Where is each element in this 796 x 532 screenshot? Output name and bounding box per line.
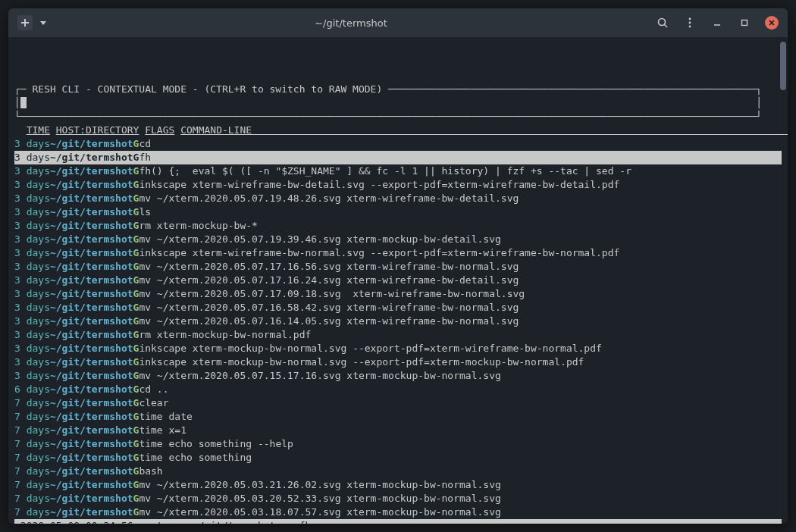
row-directory: ~/git/termshot xyxy=(50,410,133,424)
history-row[interactable]: 3 days ~/git/termshot G mv ~/xterm.2020.… xyxy=(14,233,782,246)
row-command: mv ~/xterm.2020.05.03.18.07.57.svg xterm… xyxy=(139,505,500,519)
history-row[interactable]: 3 days ~/git/termshot G inkscape xterm-m… xyxy=(14,342,782,355)
column-header: TIME HOST:DIRECTORY FLAGS COMMAND-LINE xyxy=(14,124,782,137)
row-directory: ~/git/termshot xyxy=(50,192,133,205)
minimize-button[interactable] xyxy=(710,16,724,30)
row-directory: ~/git/termshot xyxy=(50,274,133,287)
row-flag: G xyxy=(133,164,139,178)
row-directory: ~/git/termshot xyxy=(50,301,133,315)
row-command: inkscape xterm-mockup-bw-normal.svg --ex… xyxy=(139,342,601,355)
row-time: 7 days xyxy=(14,505,50,519)
row-command: mv ~/xterm.2020.05.07.16.58.42.svg xterm… xyxy=(139,301,519,315)
history-row[interactable]: 3 days ~/git/termshot G mv ~/xterm.2020.… xyxy=(14,369,782,383)
terminal-body[interactable]: ┌─ RESH CLI - CONTEXTUAL MODE - (CTRL+R … xyxy=(8,37,788,524)
row-command: rm xterm-mockup-bw-* xyxy=(139,219,258,233)
history-row[interactable]: 3 days ~/git/termshot G inkscape xterm-m… xyxy=(14,355,782,369)
history-row[interactable]: 3 days ~/git/termshot G fh xyxy=(14,151,782,164)
history-row[interactable]: 7 days ~/git/termshot G mv ~/xterm.2020.… xyxy=(14,478,782,492)
history-row[interactable]: 3 days ~/git/termshot G mv ~/xterm.2020.… xyxy=(14,301,782,315)
row-directory: ~/git/termshot xyxy=(50,437,133,451)
row-command: mv ~/xterm.2020.05.07.19.39.46.svg xterm… xyxy=(139,233,500,246)
scrollbar-thumb[interactable] xyxy=(780,42,786,90)
row-flag: G xyxy=(133,505,139,519)
history-row[interactable]: 7 days ~/git/termshot G time date xyxy=(14,410,782,424)
history-row[interactable]: 3 days ~/git/termshot G inkscape xterm-w… xyxy=(14,246,782,260)
row-flag: G xyxy=(133,151,139,164)
history-row[interactable]: 3 days ~/git/termshot G rm xterm-mockup-… xyxy=(14,328,782,342)
row-flag: G xyxy=(133,492,139,505)
history-row[interactable]: 3 days ~/git/termshot G ls xyxy=(14,205,782,219)
row-flag: G xyxy=(133,287,139,301)
history-row[interactable]: 7 days ~/git/termshot G clear xyxy=(14,396,782,410)
row-directory: ~/git/termshot xyxy=(50,260,133,274)
row-directory: ~/git/termshot xyxy=(50,178,133,192)
history-row[interactable]: 6 days ~/git/termshot G cd .. xyxy=(14,383,782,396)
row-time: 7 days xyxy=(14,465,50,478)
row-directory: ~/git/termshot xyxy=(50,137,133,151)
row-command: mv ~/xterm.2020.05.07.17.09.18.svg xterm… xyxy=(139,287,525,301)
history-row[interactable]: 7 days ~/git/termshot G time x=1 xyxy=(14,424,782,437)
row-command: fh() {; eval $( ([ -n "$ZSH_NAME" ] && f… xyxy=(139,164,631,178)
svg-point-3 xyxy=(689,22,691,24)
row-time: 3 days xyxy=(14,233,50,246)
terminal-window: ~/git/termshot ┌─ RESH CLI - CONTEXTUAL … xyxy=(8,8,788,524)
history-row[interactable]: 3 days ~/git/termshot G mv ~/xterm.2020.… xyxy=(14,192,782,205)
row-time: 3 days xyxy=(14,178,50,192)
row-directory: ~/git/termshot xyxy=(50,342,133,355)
row-directory: ~/git/termshot xyxy=(50,383,133,396)
history-row[interactable]: 3 days ~/git/termshot G inkscape xterm-w… xyxy=(14,178,782,192)
row-directory: ~/git/termshot xyxy=(50,424,133,437)
history-row[interactable]: 3 days ~/git/termshot G rm xterm-mockup-… xyxy=(14,219,782,233)
row-flag: G xyxy=(133,260,139,274)
search-icon[interactable] xyxy=(656,16,669,30)
row-time: 3 days xyxy=(14,287,50,301)
row-directory: ~/git/termshot xyxy=(50,164,133,178)
row-flag: G xyxy=(133,274,139,287)
row-flag: G xyxy=(133,396,139,410)
history-row[interactable]: 3 days ~/git/termshot G mv ~/xterm.2020.… xyxy=(14,260,782,274)
row-flag: G xyxy=(133,301,139,315)
svg-point-0 xyxy=(659,19,666,26)
row-time: 3 days xyxy=(14,205,50,219)
row-time: 3 days xyxy=(14,151,50,164)
svg-point-2 xyxy=(689,18,691,20)
row-flag: G xyxy=(133,478,139,492)
row-flag: G xyxy=(133,451,139,465)
row-flag: G xyxy=(133,233,139,246)
history-row[interactable]: 3 days ~/git/termshot G mv ~/xterm.2020.… xyxy=(14,287,782,301)
row-flag: G xyxy=(133,205,139,219)
row-time: 3 days xyxy=(14,164,50,178)
row-flag: G xyxy=(133,137,139,151)
row-command: time date xyxy=(139,410,192,424)
history-row[interactable]: 3 days ~/git/termshot G mv ~/xterm.2020.… xyxy=(14,315,782,328)
row-flag: G xyxy=(133,328,139,342)
row-time: 3 days xyxy=(14,192,50,205)
row-time: 7 days xyxy=(14,410,50,424)
search-input-line[interactable]: │ │ xyxy=(14,96,782,110)
row-command: inkscape xterm-wireframe-bw-normal.svg -… xyxy=(139,246,619,260)
history-row[interactable]: 3 days ~/git/termshot G mv ~/xterm.2020.… xyxy=(14,274,782,287)
tab-menu-caret-icon[interactable] xyxy=(40,21,46,25)
maximize-button[interactable] xyxy=(738,16,751,30)
history-row[interactable]: 7 days ~/git/termshot G time echo someth… xyxy=(14,437,782,451)
row-command: fh xyxy=(139,151,697,164)
row-flag: G xyxy=(133,192,139,205)
history-row[interactable]: 7 days ~/git/termshot G time echo someth… xyxy=(14,451,782,465)
history-row[interactable]: 3 days ~/git/termshot G fh() {; eval $( … xyxy=(14,164,782,178)
history-row[interactable]: 7 days ~/git/termshot G mv ~/xterm.2020.… xyxy=(14,492,782,505)
new-tab-button[interactable] xyxy=(17,15,33,30)
row-command: mv ~/xterm.2020.05.07.17.16.56.svg xterm… xyxy=(139,260,519,274)
row-time: 7 days xyxy=(14,451,50,465)
row-flag: G xyxy=(133,246,139,260)
close-button[interactable] xyxy=(765,16,779,30)
row-flag: G xyxy=(133,342,139,355)
row-directory: ~/git/termshot xyxy=(50,369,133,383)
history-row[interactable]: 3 days ~/git/termshot G cd xyxy=(14,137,782,151)
svg-point-4 xyxy=(689,26,691,28)
history-row[interactable]: 7 days ~/git/termshot G bash xyxy=(14,465,782,478)
row-flag: G xyxy=(133,355,139,369)
history-row[interactable]: 7 days ~/git/termshot G mv ~/xterm.2020.… xyxy=(14,505,782,519)
cursor xyxy=(20,97,27,108)
menu-icon[interactable] xyxy=(683,16,697,30)
row-time: 3 days xyxy=(14,301,50,315)
